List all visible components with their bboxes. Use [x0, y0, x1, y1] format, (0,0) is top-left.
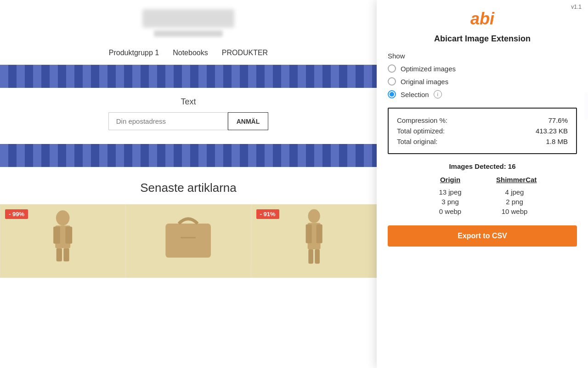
- radio-optimized[interactable]: Optimized images: [388, 64, 577, 73]
- origin-row0-col2: 4 jpeg: [496, 188, 533, 196]
- website-background: Produktgrupp 1 Notebooks PRODUKTER Text …: [0, 0, 377, 368]
- striped-banner-bottom: [0, 144, 377, 167]
- images-detected: Images Detected: 16: [388, 162, 577, 170]
- origin-row2-col2: 10 webp: [496, 207, 533, 215]
- svg-rect-5: [57, 248, 62, 262]
- radio-circle-optimized[interactable]: [388, 64, 396, 73]
- site-logo: [142, 9, 234, 28]
- nav-item-3[interactable]: PRODUKTER: [222, 49, 268, 57]
- striped-banner-top: [0, 65, 377, 88]
- svg-rect-9: [181, 237, 196, 238]
- origin-row1-col1: 3 png: [432, 198, 469, 206]
- radio-selection[interactable]: Selection i: [388, 90, 577, 98]
- svg-rect-13: [305, 224, 311, 243]
- images-detected-value: 16: [508, 162, 516, 170]
- signup-button[interactable]: ANMÄL: [228, 112, 269, 130]
- version-label: v1.1: [571, 4, 582, 10]
- origin-table: Origin ShimmerCat 13 jpeg 4 jpeg 3 png 2…: [388, 176, 577, 216]
- origin-row1-col2: 2 png: [496, 198, 533, 206]
- radio-circle-original[interactable]: [388, 77, 396, 86]
- images-detected-label: Images Detected:: [449, 162, 506, 170]
- panel-logo: abi: [388, 9, 577, 29]
- compression-label: Compression %:: [397, 116, 447, 124]
- product-image-2: [126, 205, 250, 277]
- product-card-2[interactable]: [125, 204, 251, 278]
- svg-rect-3: [53, 227, 60, 244]
- product-badge-1: - 99%: [5, 209, 28, 219]
- product-badge-3: - 91%: [256, 209, 279, 219]
- panel-title: Abicart Image Extension: [388, 34, 577, 44]
- email-input[interactable]: [108, 112, 228, 130]
- radio-label-optimized: Optimized images: [401, 65, 456, 73]
- table-row-1: 3 png 2 png: [388, 197, 577, 207]
- total-optimized-label: Total optimized:: [397, 127, 445, 135]
- export-csv-button[interactable]: Export to CSV: [388, 225, 577, 247]
- total-optimized-row: Total optimized: 413.23 KB: [397, 126, 568, 136]
- product-card-3[interactable]: - 91%: [251, 204, 377, 278]
- radio-label-original: Original images: [401, 78, 448, 86]
- stats-box: Compression %: 77.6% Total optimized: 41…: [388, 108, 577, 154]
- product-card-1[interactable]: - 99%: [0, 204, 125, 278]
- logo-blurred: [142, 9, 234, 28]
- nav-item-1[interactable]: Produktgrupp 1: [109, 49, 159, 57]
- email-section-label: Text: [181, 97, 196, 107]
- site-nav: Produktgrupp 1 Notebooks PRODUKTER: [0, 41, 377, 65]
- svg-point-11: [308, 209, 320, 223]
- radio-circle-selection[interactable]: [388, 90, 396, 98]
- svg-rect-4: [65, 227, 72, 244]
- svg-rect-16: [315, 249, 320, 264]
- compression-value: 77.6%: [548, 116, 568, 124]
- logo-sub: [154, 30, 223, 37]
- svg-rect-8: [166, 224, 211, 258]
- svg-point-1: [56, 210, 70, 225]
- product-cards: - 99%: [0, 204, 377, 278]
- abi-logo-text: abi: [470, 9, 494, 28]
- origin-row0-col1: 13 jpeg: [432, 188, 469, 196]
- extension-panel: v1.1 abi Abicart Image Extension Show Op…: [377, 0, 588, 368]
- info-icon[interactable]: i: [434, 90, 442, 98]
- table-row-0: 13 jpeg 4 jpeg: [388, 187, 577, 197]
- nav-item-2[interactable]: Notebooks: [173, 49, 208, 57]
- products-title: Senaste artiklarna: [0, 181, 377, 195]
- email-section: Text ANMÄL: [0, 88, 377, 139]
- product-svg-2: [126, 205, 250, 265]
- radio-original[interactable]: Original images: [388, 77, 577, 86]
- table-row-2: 0 webp 10 webp: [388, 207, 577, 216]
- origin-row2-col1: 0 webp: [432, 207, 469, 215]
- shimmercat-col-header: ShimmerCat: [496, 176, 533, 184]
- total-original-value: 1.8 MB: [546, 138, 568, 145]
- origin-col-header: Origin: [432, 176, 469, 184]
- radio-label-selection: Selection: [401, 91, 429, 98]
- compression-row: Compression %: 77.6%: [397, 115, 568, 126]
- email-form[interactable]: ANMÄL: [108, 112, 269, 130]
- radio-group: Optimized images Original images Selecti…: [388, 64, 577, 98]
- origin-table-header: Origin ShimmerCat: [388, 176, 577, 184]
- show-label: Show: [388, 52, 577, 60]
- site-header: [0, 0, 377, 41]
- total-original-row: Total original: 1.8 MB: [397, 136, 568, 147]
- svg-rect-14: [316, 224, 322, 243]
- total-original-label: Total original:: [397, 138, 437, 145]
- total-optimized-value: 413.23 KB: [536, 127, 568, 135]
- svg-rect-6: [63, 248, 69, 262]
- svg-rect-15: [308, 249, 313, 264]
